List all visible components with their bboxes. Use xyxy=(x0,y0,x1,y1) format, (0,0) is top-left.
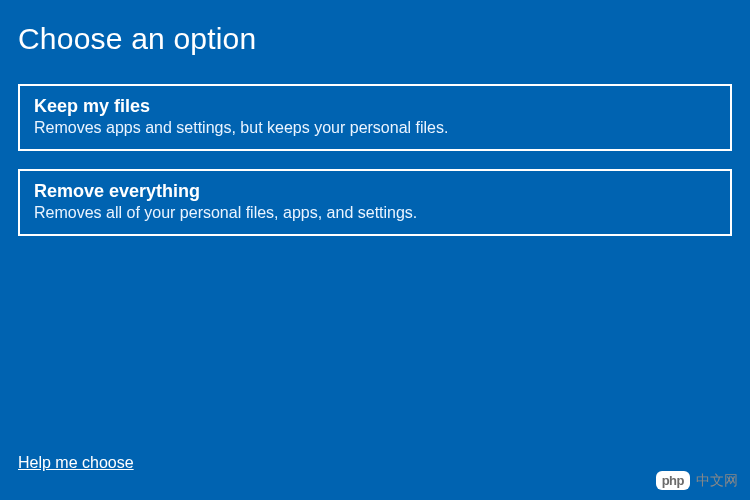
watermark: php 中文网 xyxy=(656,471,738,490)
options-list: Keep my files Removes apps and settings,… xyxy=(18,84,732,236)
option-keep-my-files[interactable]: Keep my files Removes apps and settings,… xyxy=(18,84,732,151)
option-remove-everything[interactable]: Remove everything Removes all of your pe… xyxy=(18,169,732,236)
option-description: Removes apps and settings, but keeps you… xyxy=(34,119,716,137)
help-me-choose-link[interactable]: Help me choose xyxy=(18,454,134,472)
reset-options-screen: Choose an option Keep my files Removes a… xyxy=(0,0,750,500)
option-title: Keep my files xyxy=(34,96,716,117)
watermark-logo: php xyxy=(656,471,690,490)
option-description: Removes all of your personal files, apps… xyxy=(34,204,716,222)
page-title: Choose an option xyxy=(18,22,732,56)
option-title: Remove everything xyxy=(34,181,716,202)
watermark-text: 中文网 xyxy=(696,472,738,490)
